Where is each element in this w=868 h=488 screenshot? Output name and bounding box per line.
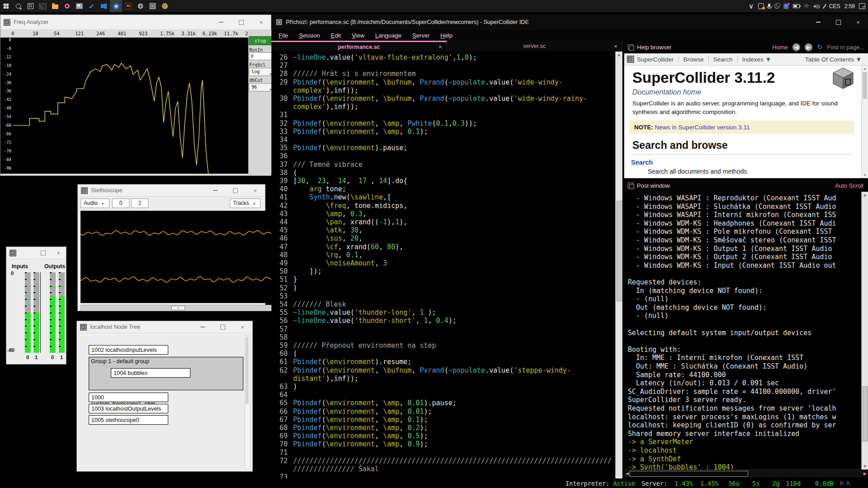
todo-app-icon[interactable]: ✓: [85, 0, 98, 12]
spiral-app-icon[interactable]: [134, 0, 147, 12]
help-reload-icon[interactable]: ↻: [817, 43, 823, 51]
code-line[interactable]: 31: [271, 111, 615, 119]
server-meter-titlebar[interactable]: ×: [6, 247, 66, 259]
code-line[interactable]: 45 \atk, 30,: [271, 226, 615, 234]
busin-input[interactable]: 0: [249, 52, 272, 60]
scope-bus-field[interactable]: 0: [112, 199, 129, 208]
interpreter-status[interactable]: Active: [613, 480, 636, 487]
help-tab-supercollider[interactable]: SuperCollider: [637, 56, 674, 63]
code-line[interactable]: 47 \cf, xrand(60, 80),: [271, 243, 615, 251]
coins-icon[interactable]: [774, 4, 779, 9]
code-line[interactable]: 36: [271, 152, 615, 160]
code-line[interactable]: 28////// Hrát si s environmentem: [271, 70, 615, 78]
file-explorer-icon[interactable]: [49, 0, 61, 12]
code-line[interactable]: 61Pbindef(\environment).resume;: [271, 358, 615, 366]
tray-chevron-icon[interactable]: ∨: [749, 2, 754, 10]
node-1002[interactable]: 1002 localhostInputLevels: [89, 345, 168, 355]
mute-button[interactable]: M: [840, 480, 844, 487]
language-indicator[interactable]: CES: [829, 3, 840, 9]
float-dock-icon[interactable]: [628, 183, 633, 188]
code-line[interactable]: 38(: [271, 169, 615, 177]
close-button[interactable]: ×: [245, 185, 265, 196]
code-line[interactable]: 60(: [271, 350, 615, 358]
start-button-icon[interactable]: [0, 0, 12, 12]
group-1[interactable]: Group 1 - default group 1004 bubbles: [89, 357, 243, 390]
help-forward-button[interactable]: ▶: [805, 43, 812, 51]
maximize-button[interactable]: [35, 247, 51, 259]
code-line[interactable]: distant'),inf));: [271, 374, 615, 383]
maximize-button[interactable]: [213, 321, 232, 333]
node-1000[interactable]: 1000 system_freqScope1_shm: [89, 393, 168, 402]
ide-close-button[interactable]: ×: [848, 14, 868, 30]
supercollider-icon[interactable]: [147, 0, 159, 12]
menu-file[interactable]: File: [279, 32, 288, 39]
teams-icon[interactable]: T: [783, 4, 789, 9]
ide-maximize-button[interactable]: [828, 14, 848, 30]
close-button[interactable]: ×: [251, 15, 271, 29]
task-view-icon[interactable]: [24, 0, 37, 12]
help-scrollbar-handle[interactable]: [863, 72, 867, 99]
help-tab-indexes[interactable]: Indexes ▼: [742, 56, 771, 63]
tab-close-icon[interactable]: ×: [438, 43, 442, 50]
maximize-button[interactable]: [231, 15, 251, 29]
code-line[interactable]: /////////////// Šakal: [271, 465, 615, 473]
node-tree-scrollbar[interactable]: [245, 335, 251, 469]
code-line[interactable]: 42 \freq, tone.midicps,: [271, 202, 615, 210]
scope-mode-dropdown[interactable]: Audio▼: [81, 199, 109, 208]
node-tree-titlebar[interactable]: localhost Node Tree ×: [77, 321, 252, 333]
help-back-button[interactable]: ◀: [792, 43, 800, 51]
code-line[interactable]: 67Pbindef(\environment, \amp, 0.1);: [271, 416, 615, 424]
code-line[interactable]: complex'),inf));: [271, 103, 615, 111]
help-find-input[interactable]: Find in page...: [827, 44, 864, 51]
freq-analyzer-titlebar[interactable]: Freq Analyzer ×: [0, 15, 271, 30]
minimize-button[interactable]: [211, 15, 231, 29]
code-line[interactable]: 55~lineOne.value('thunder-long', 1 );: [271, 308, 615, 317]
code-line[interactable]: 49 \noiseAmount, 3: [271, 259, 615, 267]
tab-server.sc[interactable]: server.sc×: [447, 41, 622, 52]
tab-performance.sc[interactable]: performance.sc×: [271, 41, 447, 52]
microphone-icon[interactable]: [768, 4, 770, 9]
minimize-button[interactable]: [193, 321, 213, 333]
help-search-link[interactable]: Search: [631, 159, 653, 166]
scope-tracks-dropdown[interactable]: Tracks▼: [230, 199, 261, 208]
code-line[interactable]: 50 ]);: [271, 267, 615, 275]
code-line[interactable]: 71: [271, 449, 615, 457]
tab-close-icon[interactable]: ×: [614, 43, 617, 50]
pen-icon[interactable]: [824, 4, 825, 9]
autoscroll-button[interactable]: Auto Scroll: [835, 182, 863, 189]
help-home-link[interactable]: Home: [772, 44, 788, 51]
code-line[interactable]: 69Pbindef(\environment, \amp, 0.5);: [271, 432, 615, 440]
code-line[interactable]: 65Pbindef(\environment, \amp, 0.01).paus…: [271, 399, 615, 407]
stop-button[interactable]: stop: [249, 36, 272, 45]
vscode-icon[interactable]: [98, 0, 110, 12]
code-line[interactable]: 54/////// Blesk: [271, 300, 615, 308]
code-line[interactable]: 40 arg tone;: [271, 185, 615, 193]
code-line[interactable]: 51}: [271, 275, 615, 284]
terminal-icon[interactable]: ›_: [37, 0, 49, 12]
help-tab-toc[interactable]: Table Of Contents ▼: [805, 56, 862, 63]
code-line[interactable]: 66Pbindef(\environment, \amp, 0.01);: [271, 407, 615, 416]
code-line[interactable]: 63): [271, 383, 615, 391]
code-line[interactable]: 68Pbindef(\environment, \amp, 0.2);: [271, 424, 615, 432]
code-line[interactable]: 43 \amp, 0.3,: [271, 210, 615, 218]
screenshot-tool-icon[interactable]: [73, 0, 85, 12]
clock[interactable]: 2:59: [844, 3, 855, 9]
menu-help[interactable]: Help: [441, 32, 453, 39]
menu-edit[interactable]: Edit: [331, 32, 341, 39]
code-line[interactable]: 58: [271, 333, 615, 341]
code-line[interactable]: 27: [271, 62, 615, 70]
code-line[interactable]: 33Pbindef(\environment, \amp, 0.1);: [271, 128, 615, 136]
help-scrollbar[interactable]: ▲ ▼: [861, 66, 868, 178]
post-window-titlebar[interactable]: Post window Auto Scroll: [624, 179, 868, 192]
help-tab-search[interactable]: Search: [713, 56, 733, 63]
paint-icon[interactable]: [159, 0, 171, 12]
editor-scrollbar[interactable]: ▲ ▼: [615, 52, 622, 488]
record-button[interactable]: R: [846, 480, 850, 487]
close-button[interactable]: ×: [51, 247, 66, 259]
minimize-button[interactable]: [205, 185, 225, 196]
meet-now-icon[interactable]: [758, 3, 764, 9]
code-line[interactable]: 37/// Temné vibrace: [271, 161, 615, 169]
menu-session[interactable]: Session: [299, 32, 320, 39]
node-1004[interactable]: 1004 bubbles: [111, 368, 190, 378]
post-output[interactable]: - Windows WASAPI : Reproduktor (Conexant…: [624, 192, 861, 469]
